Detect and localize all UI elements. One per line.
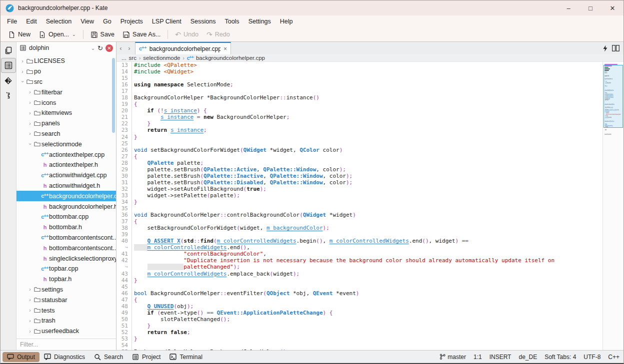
tree-item-userfeedback[interactable]: ›userfeedback bbox=[16, 326, 116, 337]
tree-expander-icon[interactable]: › bbox=[20, 69, 26, 74]
menu-item-projects[interactable]: Projects bbox=[116, 15, 148, 27]
tree-expander-icon[interactable]: › bbox=[20, 79, 26, 85]
save-as-button[interactable]: Save As... bbox=[119, 29, 164, 40]
git-panel-button[interactable] bbox=[2, 73, 16, 87]
maximize-icon[interactable]: □ bbox=[580, 0, 602, 15]
project-dropdown-icon[interactable]: ⌄ bbox=[91, 45, 95, 51]
menu-item-selection[interactable]: Selection bbox=[42, 15, 76, 27]
tree-expander-icon[interactable]: › bbox=[27, 287, 33, 292]
encoding-status[interactable]: UTF-8 bbox=[584, 354, 600, 361]
tree-item-actionwithwidget-h[interactable]: hactionwithwidget.h bbox=[16, 181, 116, 191]
tree-expander-icon[interactable]: › bbox=[27, 131, 33, 136]
tree-expander-icon[interactable]: › bbox=[27, 110, 33, 116]
minimap[interactable]: 13#include <QPalette>14#include <QWidget… bbox=[602, 62, 624, 350]
diagnostics-button[interactable]: Diagnostics bbox=[40, 352, 90, 362]
tree-item-singleclickselectionproxy-[interactable]: hsingleclickselectionproxy... bbox=[16, 253, 116, 264]
forward-icon[interactable]: › bbox=[125, 42, 134, 54]
tree-expander-icon[interactable]: › bbox=[28, 141, 33, 147]
dictionary-status[interactable]: de_DE bbox=[518, 354, 537, 361]
panel-close-icon[interactable]: ✕ bbox=[106, 44, 113, 52]
tree-expander-icon[interactable]: › bbox=[27, 308, 33, 313]
tree-item-trash[interactable]: ›trash bbox=[16, 316, 116, 326]
split-view-icon[interactable] bbox=[612, 45, 620, 51]
tree-item-actiontexthelper-h[interactable]: hactiontexthelper.h bbox=[16, 160, 116, 170]
tree-item-bottombarcontentscont-[interactable]: c⁺⁺bottombarcontentscont... bbox=[16, 233, 116, 243]
search-button[interactable]: Search bbox=[90, 352, 128, 362]
menu-item-help[interactable]: Help bbox=[276, 15, 298, 27]
refresh-icon[interactable]: ↻ bbox=[98, 44, 103, 52]
tree-item-panels[interactable]: ›panels bbox=[16, 118, 116, 129]
projects-panel-button[interactable] bbox=[2, 58, 16, 72]
symbols-panel-button[interactable] bbox=[2, 88, 16, 102]
tree-item-filterbar[interactable]: ›filterbar bbox=[16, 87, 116, 97]
tree-item-settings[interactable]: ›settings bbox=[16, 285, 116, 295]
breadcrumb-src[interactable]: src bbox=[129, 55, 136, 61]
tab-width-status[interactable]: Soft Tabs: 4 bbox=[544, 354, 576, 361]
tree-expander-icon[interactable]: › bbox=[27, 100, 33, 105]
tree-item-bottombar-cpp[interactable]: c⁺⁺bottombar.cpp bbox=[16, 212, 116, 222]
tree-item-tests[interactable]: ›tests bbox=[16, 305, 116, 316]
menu-item-settings[interactable]: Settings bbox=[244, 15, 276, 27]
kate-app-icon bbox=[6, 4, 14, 12]
tree-item-selectionmode[interactable]: ›selectionmode bbox=[16, 139, 116, 149]
project-selector[interactable]: dolphin bbox=[29, 44, 88, 51]
line-number: 40 bbox=[116, 238, 132, 244]
tree-expander-icon[interactable]: › bbox=[27, 121, 33, 126]
tree-item-topbar-cpp[interactable]: c⁺⁺topbar.cpp bbox=[16, 264, 116, 274]
menu-item-view[interactable]: View bbox=[76, 15, 98, 27]
code-editor[interactable]: 13#include <QPalette>14#include <QWidget… bbox=[116, 62, 602, 350]
menu-item-lsp-client[interactable]: LSP Client bbox=[148, 15, 186, 27]
menu-item-sessions[interactable]: Sessions bbox=[186, 15, 220, 27]
save-button[interactable]: Save bbox=[87, 29, 118, 40]
tree-item-statusbar[interactable]: ›statusbar bbox=[16, 295, 116, 305]
minimize-icon[interactable]: – bbox=[558, 0, 580, 15]
menu-item-file[interactable]: File bbox=[2, 15, 22, 27]
tree-item-backgroundcolorhelper-h[interactable]: hbackgroundcolorhelper.h bbox=[16, 201, 116, 212]
documents-panel-button[interactable] bbox=[2, 43, 16, 57]
quick-open-icon[interactable] bbox=[602, 45, 608, 52]
open-dropdown-icon[interactable]: ⌄ bbox=[72, 32, 76, 37]
tree-item-src[interactable]: ›src bbox=[16, 77, 116, 87]
tree-item-search[interactable]: ›search bbox=[16, 129, 116, 139]
tree-item-actiontexthelper-cpp[interactable]: c⁺⁺actiontexthelper.cpp bbox=[16, 149, 116, 160]
menu-item-edit[interactable]: Edit bbox=[22, 15, 42, 27]
menu-item-tools[interactable]: Tools bbox=[220, 15, 244, 27]
code-line: 18BackgroundColorHelper *BackgroundColor… bbox=[116, 94, 602, 101]
breadcrumb-file[interactable]: backgroundcolorhelper.cpp bbox=[196, 55, 265, 61]
filter-input[interactable] bbox=[16, 339, 116, 350]
cursor-position-status[interactable]: 1:1 bbox=[474, 354, 482, 361]
new-button[interactable]: New bbox=[4, 29, 34, 40]
tab-close-icon[interactable]: × bbox=[224, 45, 227, 52]
output-button[interactable]: Output bbox=[2, 352, 40, 362]
tree-item-backgroundcolorhelper-c-[interactable]: c⁺⁺backgroundcolorhelper.c... bbox=[16, 191, 116, 201]
project-button[interactable]: Project bbox=[128, 352, 165, 362]
minimap-viewport[interactable] bbox=[604, 65, 623, 128]
tree-item-bottombarcontentscont-[interactable]: hbottombarcontentscont... bbox=[16, 243, 116, 253]
tab-backgroundcolorhelper[interactable]: c⁺⁺ backgroundcolorhelper.cpp × bbox=[135, 42, 231, 54]
breadcrumb-selectionmode[interactable]: selectionmode bbox=[143, 55, 180, 61]
terminal-button[interactable]: Terminal bbox=[165, 352, 206, 362]
tree-item-bottombar-h[interactable]: hbottombar.h bbox=[16, 222, 116, 233]
tree-scrollbar[interactable] bbox=[112, 58, 115, 133]
input-mode-status[interactable]: INSERT bbox=[490, 354, 512, 361]
menu-item-go[interactable]: Go bbox=[98, 15, 116, 27]
tree-item-icons[interactable]: ›icons bbox=[16, 97, 116, 108]
tree-item-kitemviews[interactable]: ›kitemviews bbox=[16, 108, 116, 118]
language-status[interactable]: C++ bbox=[608, 354, 620, 361]
redo-button[interactable]: ↷ Redo bbox=[203, 29, 234, 39]
breadcrumb-ellipsis[interactable]: ... bbox=[122, 55, 126, 61]
tree-expander-icon[interactable]: › bbox=[27, 89, 33, 95]
tree-expander-icon[interactable]: › bbox=[27, 318, 33, 324]
tree-item-topbar-h[interactable]: htopbar.h bbox=[16, 274, 116, 285]
git-branch-status[interactable]: master bbox=[440, 354, 466, 361]
undo-button[interactable]: ↶ Undo bbox=[172, 29, 202, 39]
open-button[interactable]: Open... ⌄ bbox=[35, 29, 80, 40]
tree-expander-icon[interactable]: › bbox=[27, 329, 33, 334]
tree-item-actionwithwidget-cpp[interactable]: c⁺⁺actionwithwidget.cpp bbox=[16, 170, 116, 181]
tree-item-licenses[interactable]: ›LICENSES bbox=[16, 56, 116, 66]
close-icon[interactable]: ✕ bbox=[602, 0, 624, 15]
tree-expander-icon[interactable]: › bbox=[20, 58, 26, 64]
back-icon[interactable]: ‹ bbox=[116, 42, 125, 54]
tree-expander-icon[interactable]: › bbox=[27, 297, 33, 303]
tree-item-po[interactable]: ›po bbox=[16, 66, 116, 77]
